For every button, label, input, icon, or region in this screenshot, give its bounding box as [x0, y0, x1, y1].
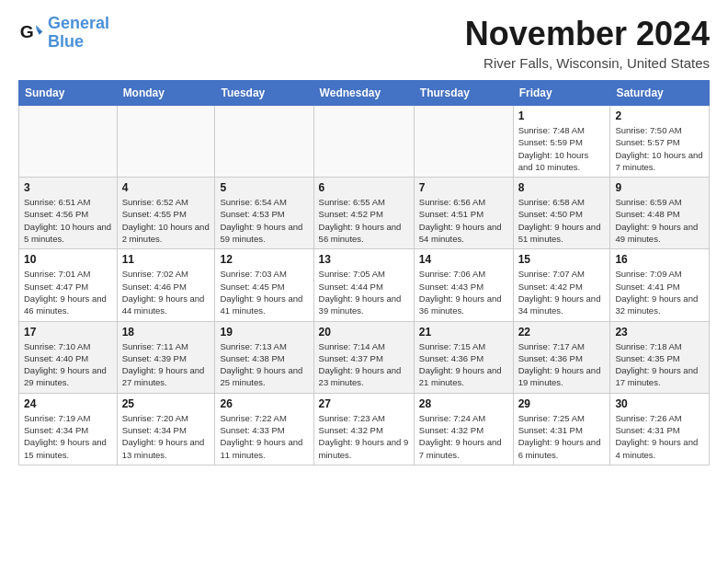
day-number: 2 [615, 109, 704, 122]
day-number: 17 [24, 326, 112, 339]
title-section: November 2024 River Falls, Wisconsin, Un… [465, 15, 710, 71]
calendar-cell: 7Sunrise: 6:56 AM Sunset: 4:51 PM Daylig… [414, 178, 513, 249]
day-info: Sunrise: 7:09 AM Sunset: 4:41 PM Dayligh… [615, 268, 704, 316]
day-number: 27 [319, 397, 409, 410]
weekday-header-wednesday: Wednesday [313, 81, 414, 106]
calendar-cell: 27Sunrise: 7:23 AM Sunset: 4:32 PM Dayli… [313, 393, 414, 465]
day-number: 10 [24, 253, 112, 266]
day-info: Sunrise: 7:24 AM Sunset: 4:32 PM Dayligh… [419, 412, 508, 461]
logo-text-line2: Blue [48, 33, 109, 52]
calendar-cell: 12Sunrise: 7:03 AM Sunset: 4:45 PM Dayli… [215, 249, 313, 321]
day-info: Sunrise: 7:23 AM Sunset: 4:32 PM Dayligh… [319, 412, 409, 461]
day-info: Sunrise: 7:50 AM Sunset: 5:57 PM Dayligh… [615, 124, 704, 173]
calendar-cell: 4Sunrise: 6:52 AM Sunset: 4:55 PM Daylig… [117, 178, 215, 249]
calendar-cell: 26Sunrise: 7:22 AM Sunset: 4:33 PM Dayli… [215, 393, 313, 465]
calendar-cell: 6Sunrise: 6:55 AM Sunset: 4:52 PM Daylig… [313, 178, 414, 249]
day-info: Sunrise: 6:56 AM Sunset: 4:51 PM Dayligh… [419, 196, 508, 245]
calendar-cell [414, 106, 513, 178]
day-info: Sunrise: 7:05 AM Sunset: 4:44 PM Dayligh… [319, 268, 409, 316]
day-number: 16 [615, 253, 704, 266]
day-number: 25 [122, 397, 210, 410]
calendar-cell [313, 106, 414, 178]
day-info: Sunrise: 7:19 AM Sunset: 4:34 PM Dayligh… [24, 412, 112, 461]
calendar-cell: 5Sunrise: 6:54 AM Sunset: 4:53 PM Daylig… [215, 178, 313, 249]
weekday-header-saturday: Saturday [610, 81, 710, 106]
day-info: Sunrise: 6:58 AM Sunset: 4:50 PM Dayligh… [518, 196, 606, 245]
day-number: 8 [518, 181, 606, 194]
calendar-cell: 17Sunrise: 7:10 AM Sunset: 4:40 PM Dayli… [19, 321, 118, 393]
day-info: Sunrise: 7:11 AM Sunset: 4:39 PM Dayligh… [122, 340, 210, 389]
calendar-cell: 1Sunrise: 7:48 AM Sunset: 5:59 PM Daylig… [513, 106, 610, 178]
day-number: 30 [615, 397, 704, 410]
svg-text:G: G [20, 22, 34, 41]
weekday-header-tuesday: Tuesday [215, 81, 313, 106]
day-info: Sunrise: 6:55 AM Sunset: 4:52 PM Dayligh… [319, 196, 409, 245]
day-info: Sunrise: 7:10 AM Sunset: 4:40 PM Dayligh… [24, 340, 112, 389]
day-number: 22 [518, 326, 606, 339]
day-info: Sunrise: 7:02 AM Sunset: 4:46 PM Dayligh… [122, 268, 210, 316]
calendar-cell: 30Sunrise: 7:26 AM Sunset: 4:31 PM Dayli… [610, 393, 710, 465]
calendar-cell: 21Sunrise: 7:15 AM Sunset: 4:36 PM Dayli… [414, 321, 513, 393]
day-number: 9 [615, 181, 704, 194]
day-info: Sunrise: 6:54 AM Sunset: 4:53 PM Dayligh… [220, 196, 308, 245]
day-info: Sunrise: 7:48 AM Sunset: 5:59 PM Dayligh… [518, 124, 606, 173]
day-info: Sunrise: 7:06 AM Sunset: 4:43 PM Dayligh… [419, 268, 508, 316]
weekday-header-sunday: Sunday [19, 81, 118, 106]
day-number: 7 [419, 181, 508, 194]
day-info: Sunrise: 6:59 AM Sunset: 4:48 PM Dayligh… [615, 196, 704, 245]
location-subtitle: River Falls, Wisconsin, United States [465, 55, 710, 71]
calendar-cell [117, 106, 215, 178]
day-number: 29 [518, 397, 606, 410]
calendar-week-row: 17Sunrise: 7:10 AM Sunset: 4:40 PM Dayli… [19, 321, 710, 393]
calendar-cell: 25Sunrise: 7:20 AM Sunset: 4:34 PM Dayli… [117, 393, 215, 465]
calendar-cell: 23Sunrise: 7:18 AM Sunset: 4:35 PM Dayli… [610, 321, 710, 393]
day-number: 23 [615, 326, 704, 339]
day-number: 4 [122, 181, 210, 194]
calendar-cell: 14Sunrise: 7:06 AM Sunset: 4:43 PM Dayli… [414, 249, 513, 321]
calendar-table: SundayMondayTuesdayWednesdayThursdayFrid… [18, 80, 710, 465]
calendar-week-row: 24Sunrise: 7:19 AM Sunset: 4:34 PM Dayli… [19, 393, 710, 465]
day-number: 19 [220, 326, 308, 339]
day-info: Sunrise: 7:18 AM Sunset: 4:35 PM Dayligh… [615, 340, 704, 389]
calendar-cell: 8Sunrise: 6:58 AM Sunset: 4:50 PM Daylig… [513, 178, 610, 249]
day-number: 6 [319, 181, 409, 194]
logo-text-line1: General [48, 15, 109, 33]
calendar-week-row: 10Sunrise: 7:01 AM Sunset: 4:47 PM Dayli… [19, 249, 710, 321]
day-info: Sunrise: 7:15 AM Sunset: 4:36 PM Dayligh… [419, 340, 508, 389]
day-number: 18 [122, 326, 210, 339]
day-number: 14 [419, 253, 508, 266]
calendar-week-row: 1Sunrise: 7:48 AM Sunset: 5:59 PM Daylig… [19, 106, 710, 178]
weekday-header-row: SundayMondayTuesdayWednesdayThursdayFrid… [19, 81, 710, 106]
day-number: 12 [220, 253, 308, 266]
day-info: Sunrise: 7:25 AM Sunset: 4:31 PM Dayligh… [518, 412, 606, 461]
day-info: Sunrise: 6:51 AM Sunset: 4:56 PM Dayligh… [24, 196, 112, 245]
calendar-cell: 24Sunrise: 7:19 AM Sunset: 4:34 PM Dayli… [19, 393, 118, 465]
weekday-header-thursday: Thursday [414, 81, 513, 106]
calendar-cell: 2Sunrise: 7:50 AM Sunset: 5:57 PM Daylig… [610, 106, 710, 178]
calendar-cell: 29Sunrise: 7:25 AM Sunset: 4:31 PM Dayli… [513, 393, 610, 465]
calendar-cell: 13Sunrise: 7:05 AM Sunset: 4:44 PM Dayli… [313, 249, 414, 321]
calendar-cell: 22Sunrise: 7:17 AM Sunset: 4:36 PM Dayli… [513, 321, 610, 393]
weekday-header-monday: Monday [117, 81, 215, 106]
day-number: 15 [518, 253, 606, 266]
calendar-cell [215, 106, 313, 178]
calendar-cell: 20Sunrise: 7:14 AM Sunset: 4:37 PM Dayli… [313, 321, 414, 393]
day-number: 11 [122, 253, 210, 266]
day-info: Sunrise: 7:20 AM Sunset: 4:34 PM Dayligh… [122, 412, 210, 461]
day-number: 5 [220, 181, 308, 194]
calendar-cell: 9Sunrise: 6:59 AM Sunset: 4:48 PM Daylig… [610, 178, 710, 249]
calendar-cell: 16Sunrise: 7:09 AM Sunset: 4:41 PM Dayli… [610, 249, 710, 321]
day-info: Sunrise: 6:52 AM Sunset: 4:55 PM Dayligh… [122, 196, 210, 245]
calendar-cell: 15Sunrise: 7:07 AM Sunset: 4:42 PM Dayli… [513, 249, 610, 321]
day-number: 20 [319, 326, 409, 339]
calendar-cell: 19Sunrise: 7:13 AM Sunset: 4:38 PM Dayli… [215, 321, 313, 393]
weekday-header-friday: Friday [513, 81, 610, 106]
calendar-week-row: 3Sunrise: 6:51 AM Sunset: 4:56 PM Daylig… [19, 178, 710, 249]
day-info: Sunrise: 7:17 AM Sunset: 4:36 PM Dayligh… [518, 340, 606, 389]
day-number: 3 [24, 181, 112, 194]
calendar-cell: 11Sunrise: 7:02 AM Sunset: 4:46 PM Dayli… [117, 249, 215, 321]
day-info: Sunrise: 7:22 AM Sunset: 4:33 PM Dayligh… [220, 412, 308, 461]
calendar-cell: 18Sunrise: 7:11 AM Sunset: 4:39 PM Dayli… [117, 321, 215, 393]
month-title: November 2024 [465, 15, 710, 53]
logo-icon: G [18, 20, 44, 46]
